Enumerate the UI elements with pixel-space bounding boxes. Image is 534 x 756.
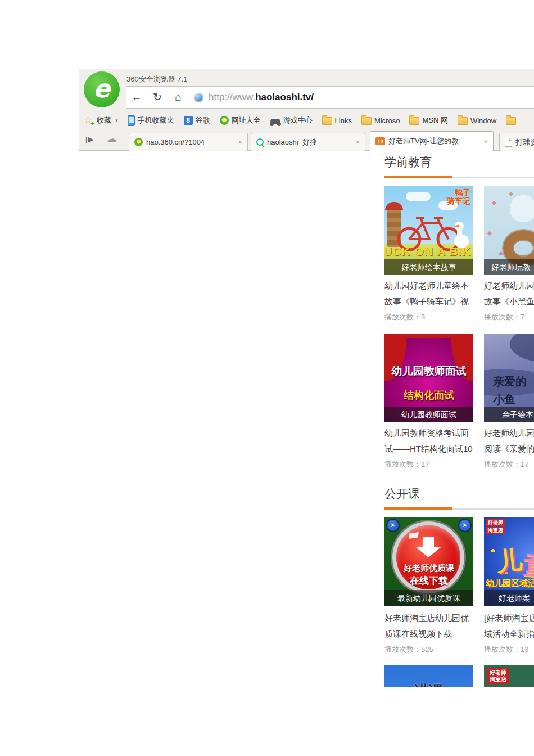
back-icon[interactable]: ← — [126, 87, 147, 108]
video-thumb-duck-on-a-bike[interactable]: 鸭子骑车记 UCK ON A BIK 好老师绘本故事 — [384, 186, 473, 275]
bookmark-folder-window[interactable]: Window — [458, 116, 496, 125]
video-thumb-teacher-interview[interactable]: 幼儿园教师面试 结构化面试 幼儿园教师面试 — [384, 334, 473, 422]
bookmark-favorites[interactable]: ☆+ 收藏 ▾ — [84, 115, 118, 125]
url-text[interactable]: http://www.haolaoshi.tv/ — [209, 92, 314, 103]
360-circle-icon — [134, 138, 143, 146]
chevron-down-icon[interactable]: ▾ — [115, 118, 118, 123]
section-heading-open-courses: 公开课 — [384, 486, 420, 502]
folder-icon — [361, 117, 372, 125]
down-arrow-icon — [416, 547, 441, 557]
folder-icon — [409, 117, 419, 125]
gamepad-icon — [270, 119, 280, 124]
window-title: 360安全浏览器 7.1 — [126, 74, 187, 84]
thumb-caption: 好老师案 — [484, 590, 534, 606]
bookmark-mobile-favorites[interactable]: 手机收藏夹 — [128, 115, 174, 126]
close-icon[interactable]: × — [355, 138, 360, 146]
thumb-caption: 好老师绘本故事 — [384, 259, 473, 275]
folder-icon — [458, 117, 468, 125]
shop-badges: 好老师淘宝店 — [486, 519, 505, 535]
360-nav-icon: + — [220, 116, 229, 125]
browser-chrome: e 360安全浏览器 7.1 ← ↻ ⌂ http://www.haolaosh… — [79, 69, 534, 151]
blue-arrow-icon: ➤ — [387, 520, 399, 531]
url-domain: haolaoshi.tv/ — [255, 92, 314, 102]
folder-icon — [322, 117, 332, 125]
star-icon: ☆+ — [84, 115, 94, 125]
video-title[interactable]: 好老师幼儿园阅读《亲爱的 — [484, 425, 534, 457]
bookmark-folder-microso[interactable]: Microso — [361, 116, 400, 125]
play-count: 播放次数：17 — [484, 460, 528, 470]
bookmark-game-center[interactable]: 游戏中心 — [270, 115, 313, 125]
blue-arrow-icon: ➤ — [459, 520, 470, 531]
webpage-content: 学前教育 鸭子骑车记 UCK ON A BIK 好老师绘本故事 — [79, 151, 534, 687]
play-count: 播放次数：3 — [384, 312, 425, 322]
bookmark-google[interactable]: 8 谷歌 — [184, 115, 210, 125]
video-title[interactable]: 幼儿园教师资格考试面试——HT结构化面试10 — [384, 425, 479, 457]
thumb-caption: 最新幼儿园优质课 — [384, 590, 473, 606]
tab-hao360[interactable]: hao.360.cn/?1004 × — [129, 133, 248, 151]
video-thumb-download-course[interactable]: 好老师优质课 在线下载 ➤ ➤ 最新幼儿园优质课 — [384, 517, 473, 606]
video-thumb-partial-blue[interactable]: 讲课 — [384, 665, 473, 687]
bookmark-folder-msn[interactable]: MSN 网 — [409, 115, 448, 125]
tab-bar: |▶ ☁ hao.360.cn/?1004 × haolaoshi_好搜 × T… — [79, 130, 534, 151]
bookmark-folder-clipped[interactable] — [506, 116, 519, 125]
thumb-caption: 好老师玩教 — [484, 259, 534, 275]
video-title[interactable]: 幼儿园好老师儿童绘本故事《鸭子骑车记》视 — [384, 278, 479, 309]
video-thumb-dear-fish[interactable]: 亲爱的 小鱼 亲子绘本 — [484, 334, 534, 422]
video-title[interactable]: 好老师淘宝店幼儿园优质课在线视频下载 — [384, 610, 479, 642]
tab-haolaoshi-active[interactable]: TV 好老师TV网-让您的教 × — [370, 131, 494, 151]
cloud-sync-icon[interactable]: ☁ — [106, 132, 117, 145]
accent-bar — [384, 507, 452, 510]
home-icon[interactable]: ⌂ — [168, 87, 188, 108]
bookmark-site-directory[interactable]: + 网址大全 — [220, 115, 261, 125]
address-bar[interactable]: ← ↻ ⌂ http://www.haolaoshi.tv/ — [126, 86, 534, 109]
section-heading-preschool: 学前教育 — [384, 154, 432, 170]
section-underline — [384, 177, 534, 178]
play-count: 播放次数：13 — [484, 645, 528, 655]
play-count: 播放次数：7 — [484, 312, 524, 322]
play-count: 播放次数：525 — [384, 645, 433, 655]
folder-icon — [506, 117, 516, 125]
divider — [101, 136, 101, 145]
accent-bar — [384, 176, 452, 178]
shop-badge: 好老师淘宝店 — [487, 668, 509, 684]
video-title[interactable]: 好老师幼儿园故事《小黑鱼 — [484, 278, 534, 309]
video-thumb-kids-course[interactable]: 好老师淘宝店 儿 童 幼儿园区域活 好老师案 — [484, 517, 534, 606]
section-underline — [384, 508, 534, 510]
thumb-caption: 幼儿园教师面试 — [384, 407, 473, 422]
page-icon — [505, 138, 512, 147]
site-globe-icon — [194, 93, 203, 102]
close-icon[interactable]: × — [238, 138, 242, 146]
tab-daqiu[interactable]: 打球姿势 — [499, 133, 534, 151]
refresh-icon[interactable]: ↻ — [147, 87, 168, 108]
video-thumb-partial-green[interactable]: 好老师淘宝店 — [484, 665, 534, 687]
phone-icon — [128, 115, 135, 126]
close-icon[interactable]: × — [483, 137, 488, 146]
browser-logo-icon: e — [84, 71, 120, 107]
search-icon — [256, 138, 264, 146]
google-icon: 8 — [184, 116, 193, 125]
tv-icon: TV — [375, 137, 385, 145]
play-count: 播放次数：17 — [384, 460, 429, 470]
video-title[interactable]: [好老师淘宝店域活动全新指 — [484, 610, 534, 642]
tab-haosou-search[interactable]: haolaoshi_好搜 × — [251, 133, 365, 151]
video-thumb-swimmy[interactable]: 小黑 好老师玩教 — [484, 186, 534, 275]
bookmarks-bar: ☆+ 收藏 ▾ 手机收藏夹 8 谷歌 + 网址大全 游戏中心 — [84, 112, 534, 128]
bookmark-folder-links[interactable]: Links — [322, 116, 352, 125]
browser-window: e 360安全浏览器 7.1 ← ↻ ⌂ http://www.haolaosh… — [79, 69, 534, 687]
tab-list-expand-icon[interactable]: |▶ — [85, 135, 94, 143]
thumb-caption: 亲子绘本 — [484, 407, 534, 422]
